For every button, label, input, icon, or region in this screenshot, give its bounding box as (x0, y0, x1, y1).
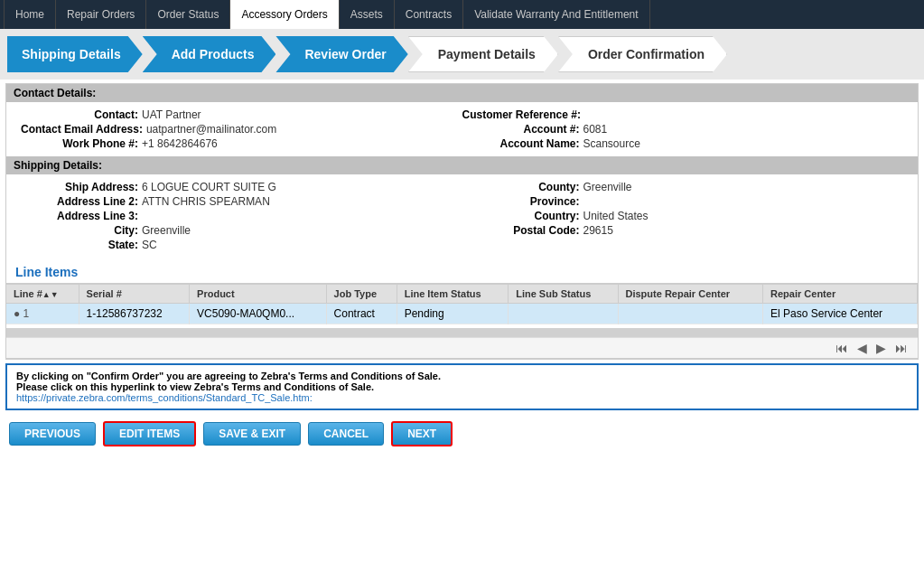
state-value: SC (142, 239, 157, 251)
county-label: County: (462, 181, 580, 193)
action-buttons-row: PREVIOUS EDIT ITEMS SAVE & EXIT CANCEL N… (0, 414, 924, 454)
main-content: Contact Details: Contact: UAT Partner Co… (5, 83, 919, 360)
shipping-details: Ship Address: 6 LOGUE COURT SUITE G Addr… (6, 174, 918, 258)
terms-line1: By clicking on "Confirm Order" you are a… (16, 371, 908, 381)
country-value: United States (583, 210, 649, 222)
account-name-label: Account Name: (462, 137, 580, 150)
terms-line2: Please click on this hyperlink to view Z… (16, 381, 908, 392)
pagination-next[interactable]: ▶ (873, 340, 889, 356)
postal-label: Postal Code: (462, 224, 580, 237)
contact-label: Contact: (21, 108, 138, 121)
nav-assets[interactable]: Assets (340, 0, 395, 29)
col-product[interactable]: Product (190, 285, 326, 304)
previous-button[interactable]: PREVIOUS (9, 422, 96, 446)
postal-value: 29615 (583, 224, 613, 237)
sort-icon-line: ▲▼ (42, 290, 59, 299)
ship-address-label: Ship Address: (21, 181, 138, 193)
wizard-step-payment-details[interactable]: Payment Details (408, 36, 558, 72)
nav-accessory-orders[interactable]: Accessory Orders (230, 0, 339, 29)
cancel-button[interactable]: CANCEL (308, 422, 384, 446)
nav-repair-orders[interactable]: Repair Orders (56, 0, 146, 29)
line-items-header: Line Items (6, 258, 918, 283)
country-label: Country: (462, 210, 580, 222)
wizard-step-order-confirmation[interactable]: Order Confirmation (558, 36, 727, 72)
address2-label: Address Line 2: (21, 195, 138, 208)
state-label: State: (21, 239, 138, 251)
col-job-type[interactable]: Job Type (326, 285, 397, 304)
ship-address-row: Ship Address: 6 LOGUE COURT SUITE G (21, 180, 462, 194)
cell-status: Pending (397, 304, 509, 324)
postal-row: Postal Code: 29615 (462, 223, 904, 238)
email-value: uatpartner@mailinator.com (146, 123, 276, 136)
province-row: Province: (462, 194, 904, 209)
col-line-num[interactable]: Line #▲▼ (6, 285, 79, 304)
customer-ref-label: Customer Reference #: (462, 108, 581, 121)
contact-section-header: Contact Details: (6, 84, 918, 102)
phone-value: +1 8642864676 (142, 137, 218, 150)
col-serial[interactable]: Serial # (79, 285, 189, 304)
account-name-value: Scansource (583, 137, 640, 150)
horizontal-scrollbar[interactable] (6, 328, 918, 337)
line-items-table-container: Line #▲▼ Serial # Product Job Type Line … (6, 283, 918, 359)
phone-row: Work Phone #: +1 8642864676 (21, 136, 462, 151)
account-value: 6081 (583, 123, 608, 136)
address3-label: Address Line 3: (21, 210, 138, 222)
next-button[interactable]: NEXT (391, 421, 453, 446)
county-row: County: Greenville (462, 180, 904, 194)
nav-order-status[interactable]: Order Status (146, 0, 230, 29)
contact-value: UAT Partner (142, 108, 201, 121)
nav-contracts[interactable]: Contracts (395, 0, 463, 29)
account-name-row: Account Name: Scansource (462, 136, 904, 151)
county-value: Greenville (583, 181, 632, 193)
account-row: Account #: 6081 (462, 122, 904, 136)
terms-link[interactable]: https://private.zebra.com/terms_conditio… (16, 392, 313, 403)
cell-serial: 1-12586737232 (79, 304, 189, 324)
state-row: State: SC (21, 238, 462, 252)
city-row: City: Greenville (21, 223, 462, 238)
email-row: Contact Email Address: uatpartner@mailin… (21, 122, 462, 136)
city-label: City: (21, 224, 138, 237)
pagination-prev[interactable]: ◀ (854, 340, 870, 356)
cell-sub-status (509, 304, 618, 324)
cell-line-num: ● 1 (6, 304, 79, 324)
table-header-row: Line #▲▼ Serial # Product Job Type Line … (6, 285, 918, 304)
wizard-bar: Shipping Details Add Products Review Ord… (0, 29, 924, 80)
customer-ref-row: Customer Reference #: (462, 108, 904, 122)
cell-dispute (618, 304, 763, 324)
col-repair-center[interactable]: Repair Center (763, 285, 918, 304)
wizard-step-shipping[interactable]: Shipping Details (7, 36, 143, 72)
account-label: Account #: (462, 123, 580, 136)
cell-repair-center: El Paso Service Center (763, 304, 918, 324)
contact-details: Contact: UAT Partner Contact Email Addre… (6, 102, 918, 156)
ship-address-value: 6 LOGUE COURT SUITE G (142, 181, 276, 193)
contact-row: Contact: UAT Partner (21, 108, 462, 122)
address2-value: ATTN CHRIS SPEARMAN (142, 195, 270, 208)
col-line-status[interactable]: Line Item Status (397, 285, 509, 304)
pagination-row: ⏮ ◀ ▶ ⏭ (6, 337, 918, 358)
wizard-step-add-products[interactable]: Add Products (143, 36, 276, 72)
pagination-last[interactable]: ⏭ (892, 340, 910, 356)
shipping-section-header: Shipping Details: (6, 156, 918, 174)
save-exit-button[interactable]: SAVE & EXIT (203, 422, 301, 446)
province-label: Province: (462, 195, 580, 208)
city-value: Greenville (142, 224, 191, 237)
country-row: Country: United States (462, 209, 904, 223)
top-nav: Home Repair Orders Order Status Accessor… (0, 0, 924, 29)
phone-label: Work Phone #: (21, 137, 138, 150)
address2-row: Address Line 2: ATTN CHRIS SPEARMAN (21, 194, 462, 209)
email-label: Contact Email Address: (21, 123, 143, 136)
table-row[interactable]: ● 1 1-12586737232 VC5090-MA0QM0... Contr… (6, 304, 918, 324)
cell-product: VC5090-MA0QM0... (190, 304, 326, 324)
line-items-table: Line #▲▼ Serial # Product Job Type Line … (6, 284, 918, 324)
address3-row: Address Line 3: (21, 209, 462, 223)
pagination-first[interactable]: ⏮ (833, 340, 851, 356)
col-sub-status[interactable]: Line Sub Status (509, 285, 618, 304)
terms-section: By clicking on "Confirm Order" you are a… (5, 363, 919, 410)
col-dispute[interactable]: Dispute Repair Center (618, 285, 763, 304)
nav-validate-warranty[interactable]: Validate Warranty And Entitlement (463, 0, 649, 29)
edit-items-button[interactable]: EDIT ITEMS (103, 421, 196, 446)
nav-home[interactable]: Home (4, 0, 56, 29)
wizard-step-review-order[interactable]: Review Order (275, 36, 407, 72)
cell-job-type: Contract (326, 304, 397, 324)
